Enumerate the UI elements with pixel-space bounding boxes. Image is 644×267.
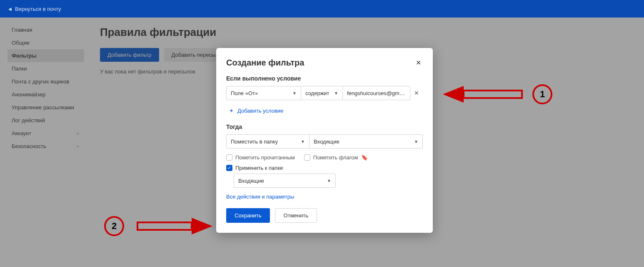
chevron-down-icon: ▼ [414,139,418,144]
apply-to-folder-checkbox[interactable]: ✓ Применить к папке [226,165,423,171]
condition-value-input[interactable]: fengshuicourses@gmail.com [343,86,410,100]
condition-row: Поле «От»▼ содержит▼ fengshuicourses@gma… [226,86,423,100]
cancel-button[interactable]: Отменить [275,208,317,223]
then-row: Поместить в папку▼ Входящие▼ [226,134,423,149]
all-actions-link[interactable]: Все действия и параметры [226,194,294,200]
mark-read-checkbox[interactable]: Пометить прочитанным [226,154,295,161]
save-button[interactable]: Сохранить [226,208,270,223]
chevron-down-icon: ▼ [301,139,305,144]
condition-section-label: Если выполнено условие [226,75,423,82]
plus-icon: ＋ [229,107,234,114]
checkbox-checked-icon: ✓ [226,165,232,171]
chevron-down-icon: ▼ [334,91,338,96]
apply-folder-select[interactable]: Входящие▼ [234,174,336,188]
flag-icon: 🔖 [361,154,368,161]
modal-title: Создание фильтра [226,58,304,68]
condition-operator-select[interactable]: содержит▼ [301,86,343,100]
chevron-left-icon: ◀ [8,7,12,11]
checkbox-icon [226,154,232,161]
then-section-label: Тогда [226,123,423,130]
back-label: Вернуться в почту [15,6,61,12]
chevron-down-icon: ▼ [292,91,297,96]
condition-field-select[interactable]: Поле «От»▼ [226,86,301,100]
close-icon[interactable]: ✕ [414,57,423,68]
remove-condition-icon[interactable]: ✕ [410,90,423,96]
add-condition-button[interactable]: ＋ Добавить условие [226,105,286,116]
flag-checkbox[interactable]: Пометить флагом 🔖 [304,154,368,161]
chevron-down-icon: ▼ [327,179,331,183]
then-action-select[interactable]: Поместить в папку▼ [226,134,310,149]
checkbox-icon [304,154,310,161]
top-bar: ◀ Вернуться в почту [0,0,644,18]
back-to-mail-link[interactable]: ◀ Вернуться в почту [8,6,61,12]
create-filter-modal: Создание фильтра ✕ Если выполнено услови… [216,48,433,233]
then-folder-select[interactable]: Входящие▼ [310,134,423,149]
